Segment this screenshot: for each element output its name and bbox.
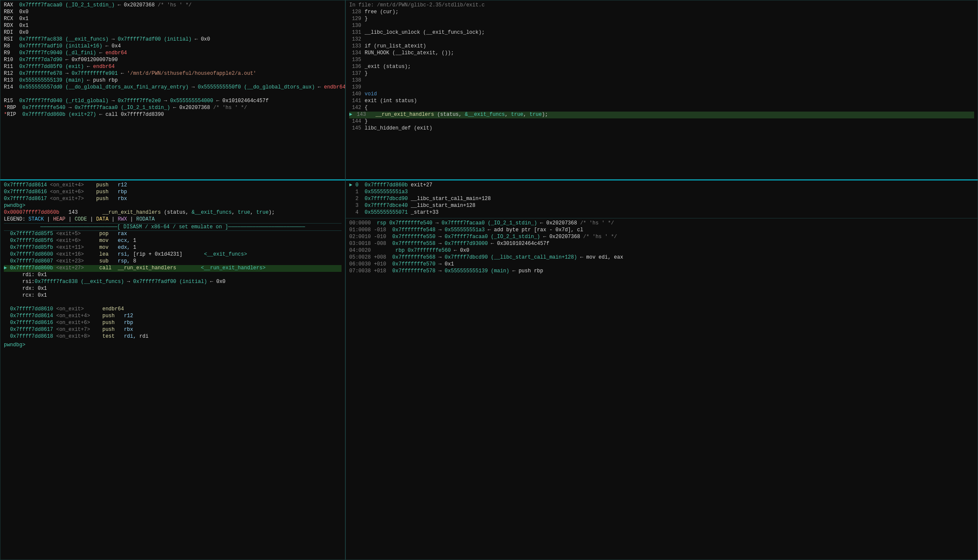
reg-r13: R13 0x555555555139 (main) ← push rbp bbox=[4, 77, 342, 84]
src-line-140: 140 void bbox=[349, 91, 974, 98]
disasm-pre-1: 0x7ffff7dd8614 <on_exit+4> push r12 bbox=[4, 182, 342, 189]
reg-r12: R12 0x7fffffffe678 → 0x7ffffffffe901 ← '… bbox=[4, 71, 342, 77]
asm-exit16: 0x7ffff7dd8600 <exit+16> lea rsi, [rip +… bbox=[4, 251, 342, 258]
reg-rax: RAX 0x7ffff7facaa0 (_IO_2_1_stdin_) ← 0x… bbox=[4, 2, 342, 9]
src-line-139: 139 bbox=[349, 84, 974, 91]
reg-rcx: RCX 0x1 bbox=[4, 16, 342, 23]
registers-panel: RAX 0x7ffff7facaa0 (_IO_2_1_stdin_) ← 0x… bbox=[0, 0, 345, 180]
asm-exit27-current: ► 0x7ffff7dd860b <exit+27> call __run_ex… bbox=[4, 265, 342, 272]
src-line-128: 128 free (cur); bbox=[349, 9, 974, 16]
reg-rsi: RSI 0x7ffff7fac838 (__exit_funcs) → 0x7f… bbox=[4, 36, 342, 43]
reg-r14: R14 0x555555557dd0 (__do_global_dtors_au… bbox=[4, 84, 342, 91]
src-line-130: 130 bbox=[349, 23, 974, 29]
src-line-144: 144 } bbox=[349, 118, 974, 125]
asm-onexit4: 0x7ffff7dd8614 <on_exit+4> push r12 bbox=[4, 313, 342, 320]
reg-info-rsi: rsi: 0x7ffff7fac838 (__exit_funcs) → 0x7… bbox=[4, 279, 342, 286]
stack-entry-0: ► 0 0x7ffff7dd860b exit+27 bbox=[349, 182, 974, 189]
memory-section: 00:0000 rsp 0x7fffffffe540 → 0x7ffff7fac… bbox=[346, 218, 978, 560]
src-line-132: 132 bbox=[349, 36, 974, 43]
mem-02: 02:0010 -010 0x7fffffffe550 → 0x7ffff7fa… bbox=[349, 234, 974, 241]
mem-07: 07:0038 +018 0x7fffffffe578 → 0x55555555… bbox=[349, 268, 974, 275]
src-line-138: 138 bbox=[349, 77, 974, 84]
stack-section: ► 0 0x7ffff7dd860b exit+27 1 0x555555555… bbox=[346, 180, 978, 218]
asm-exit11: 0x7ffff7dd85fb <exit+11> mov edx, 1 bbox=[4, 245, 342, 251]
reg-rbx: RBX 0x0 bbox=[4, 9, 342, 16]
src-line-129: 129 } bbox=[349, 16, 974, 23]
asm-onexit7: 0x7ffff7dd8617 <on_exit+7> push rbx bbox=[4, 327, 342, 333]
reg-rdi: RDI 0x0 bbox=[4, 29, 342, 36]
reg-r10: R10 0x7ffff7da7d90 ← 0xf001200007b90 bbox=[4, 57, 342, 64]
mem-04: 04:0020 rbp 0x7fffffffe560 ← 0x0 bbox=[349, 248, 974, 254]
stack-entry-4: 4 0x555555555071 _start+33 bbox=[349, 209, 974, 216]
reg-rip: *RIP 0x7ffff7dd860b (exit+27) ← call 0x7… bbox=[4, 112, 342, 118]
asm-exit23: 0x7ffff7dd8607 <exit+23> sub rsp, 8 bbox=[4, 258, 342, 265]
mem-03: 03:0018 -008 0x7fffffffe558 → 0x7ffff7d9… bbox=[349, 241, 974, 248]
src-line-145: 145 libc_hidden_def (exit) bbox=[349, 125, 974, 132]
asm-onexit8: 0x7ffff7dd8618 <on_exit+8> test rdi, rdi bbox=[4, 333, 342, 340]
reg-info-rcx: rcx: 0x1 bbox=[4, 292, 342, 299]
src-line-142: 142 { bbox=[349, 105, 974, 112]
legend-bar: LEGEND: STACK | HEAP | CODE | DATA | RWX… bbox=[4, 216, 342, 223]
reg-r9: R9 0x7ffff7fc9040 (_dl_fini) ← endbr64 bbox=[4, 50, 342, 57]
src-line-135: 135 bbox=[349, 57, 974, 64]
stack-memory-panel: ► 0 0x7ffff7dd860b exit+27 1 0x555555555… bbox=[345, 180, 978, 560]
mem-01: 01:0008 -018 0x7fffffffe548 → 0x55555555… bbox=[349, 227, 974, 234]
stack-entry-1: 1 0x5555555551a3 bbox=[349, 189, 974, 196]
reg-rdx: RDX 0x1 bbox=[4, 23, 342, 29]
stack-entry-2: 2 0x7ffff7dbcd90 __libc_start_call_main+… bbox=[349, 196, 974, 203]
asm-blank bbox=[4, 299, 342, 306]
reg-r11: R11 0x7ffff7dd85f0 (exit) ← endbr64 bbox=[4, 64, 342, 71]
asm-onexit6: 0x7ffff7dd8616 <on_exit+6> push rbp bbox=[4, 320, 342, 327]
disasm-pre-2: 0x7ffff7dd8616 <on_exit+6> push rbp bbox=[4, 189, 342, 196]
pwndbg-current-line: 0x00007ffff7dd860b 143 __run_exit_handle… bbox=[4, 209, 342, 216]
mem-00: 00:0000 rsp 0x7fffffffe540 → 0x7ffff7fac… bbox=[349, 220, 974, 227]
asm-onexit: 0x7ffff7dd8610 <on_exit> endbr64 bbox=[4, 306, 342, 313]
src-line-136: 136 _exit (status); bbox=[349, 64, 974, 71]
disasm-panel: 0x7ffff7dd8614 <on_exit+4> push r12 0x7f… bbox=[0, 180, 345, 560]
asm-exit5: 0x7ffff7dd85f5 <exit+5> pop rax bbox=[4, 231, 342, 238]
asm-exit6: 0x7ffff7dd85f6 <exit+6> mov ecx, 1 bbox=[4, 238, 342, 245]
source-file-header: In file: /mnt/d/PWN/glibc-2.35/stdlib/ex… bbox=[349, 2, 974, 9]
src-line-141: 141 exit (int status) bbox=[349, 98, 974, 105]
mem-05: 05:0028 +008 0x7fffffffe568 → 0x7ffff7db… bbox=[349, 254, 974, 261]
src-line-133: 133 if (run_list_atexit) bbox=[349, 43, 974, 50]
reg-r8: R8 0x7ffff7fadf10 (initial+16) ← 0x4 bbox=[4, 43, 342, 50]
reg-r15: R15 0x7ffff7ffd040 (_rtld_global) → 0x7f… bbox=[4, 98, 342, 105]
reg-info-rdi: rdi: 0x1 bbox=[4, 272, 342, 279]
source-panel: In file: /mnt/d/PWN/glibc-2.35/stdlib/ex… bbox=[345, 0, 978, 180]
disasm-header: ─────────────────────────[ DISASM / x86-… bbox=[4, 223, 342, 231]
src-line-134: 134 RUN_HOOK (__libc_atexit, ()); bbox=[349, 50, 974, 57]
src-line-137: 137 } bbox=[349, 71, 974, 77]
reg-rbp: *RBP 0x7fffffffe540 → 0x7ffff7facaa0 (_I… bbox=[4, 105, 342, 112]
src-line-143-current: ► 143 __run_exit_handlers (status, &__ex… bbox=[349, 112, 974, 118]
mem-06: 06:0030 +010 0x7fffffffe570 → 0x1 bbox=[349, 261, 974, 268]
pwndbg-prompt-bottom: pwndbg> bbox=[4, 342, 342, 349]
stack-entry-3: 3 0x7ffff7dbce40 __libc_start_main+128 bbox=[349, 203, 974, 209]
src-line-131: 131 __libc_lock_unlock (__exit_funcs_loc… bbox=[349, 29, 974, 36]
reg-empty bbox=[4, 91, 342, 98]
disasm-pre-3: 0x7ffff7dd8617 <on_exit+7> push rbx bbox=[4, 196, 342, 203]
reg-info-rdx: rdx: 0x1 bbox=[4, 286, 342, 292]
pwndbg-prompt-1: pwndbg> bbox=[4, 203, 342, 209]
